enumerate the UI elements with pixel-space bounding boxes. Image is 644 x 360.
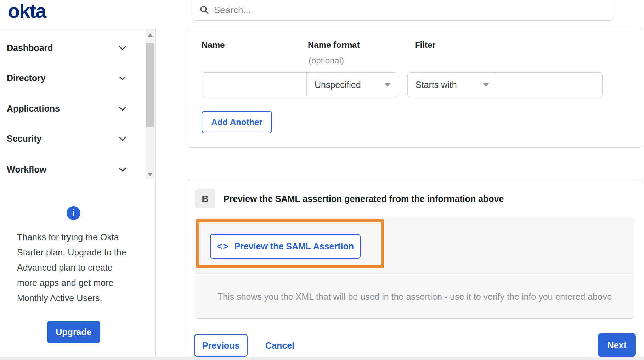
sidebar-item-security[interactable]: Security [0, 128, 145, 150]
name-column-label: Name [202, 40, 225, 50]
sidebar-item-label: Applications [7, 103, 60, 114]
name-format-column-label: Name format [308, 40, 360, 50]
filter-value-wrapper [496, 72, 603, 97]
chevron-down-icon [119, 43, 126, 50]
okta-logo[interactable]: okta [8, 0, 46, 22]
sidebar-item-applications[interactable]: Applications [0, 97, 145, 119]
sidebar-item-dashboard[interactable]: Dashboard [0, 37, 145, 59]
name-input-wrapper [202, 72, 307, 97]
previous-button[interactable]: Previous [194, 334, 248, 357]
sidebar-right-divider [155, 29, 156, 357]
attribute-statements-card: Name Name format (optional) Filter Unspe… [187, 28, 643, 148]
chevron-down-icon [119, 165, 126, 172]
global-search[interactable] [192, 0, 614, 21]
okta-admin-app: okta Dashboard Directory Applications Se… [0, 0, 644, 360]
code-icon: <> [217, 241, 229, 252]
sidebar-item-label: Directory [7, 73, 46, 83]
filter-operator-select[interactable]: Starts with [407, 72, 496, 97]
section-b-badge: B [195, 189, 215, 208]
search-input[interactable] [214, 5, 586, 16]
sidebar-item-workflow[interactable]: Workflow [0, 158, 145, 180]
chevron-down-icon [119, 73, 126, 80]
sidebar-item-label: Workflow [7, 164, 46, 175]
preview-saml-button-label: Preview the SAML Assertion [234, 241, 354, 252]
sidebar-item-label: Dashboard [7, 43, 53, 53]
preview-description: This shows you the XML that will be used… [195, 274, 634, 319]
trial-message: Thanks for trying the Okta Starter plan.… [17, 230, 135, 306]
cancel-button[interactable]: Cancel [265, 334, 294, 357]
sidebar-item-directory[interactable]: Directory [0, 67, 145, 89]
name-format-value: Unspecified [315, 80, 361, 90]
filter-value-input[interactable] [504, 80, 592, 90]
filter-column-label: Filter [415, 40, 436, 50]
scrollbar-thumb[interactable] [146, 43, 154, 127]
scroll-up-icon[interactable] [147, 34, 153, 37]
sidebar-item-label: Security [7, 134, 42, 144]
preview-saml-button[interactable]: <> Preview the SAML Assertion [210, 234, 361, 259]
bottom-scrollbar-track [0, 357, 644, 360]
name-input[interactable] [210, 80, 297, 90]
section-b-title: Preview the SAML assertion generated fro… [224, 194, 504, 204]
sidebar-scrollbar[interactable] [145, 29, 155, 179]
search-icon [200, 5, 209, 15]
upgrade-button[interactable]: Upgrade [47, 321, 100, 343]
dropdown-caret-icon [385, 83, 390, 87]
next-button[interactable]: Next [598, 333, 636, 357]
preview-assertion-card: B Preview the SAML assertion generated f… [187, 179, 643, 360]
sidebar-nav: Dashboard Directory Applications Securit… [0, 29, 155, 179]
name-format-select[interactable]: Unspecified [306, 72, 397, 97]
chevron-down-icon [119, 104, 126, 111]
name-format-hint: (optional) [309, 56, 344, 66]
info-icon: i [67, 206, 80, 220]
scroll-down-icon[interactable] [147, 173, 153, 176]
chevron-down-icon [119, 134, 126, 141]
filter-operator-value: Starts with [416, 80, 457, 90]
preview-panel: <> Preview the SAML Assertion This shows… [195, 218, 634, 319]
add-another-button[interactable]: Add Another [202, 111, 272, 133]
dropdown-caret-icon [483, 83, 489, 87]
